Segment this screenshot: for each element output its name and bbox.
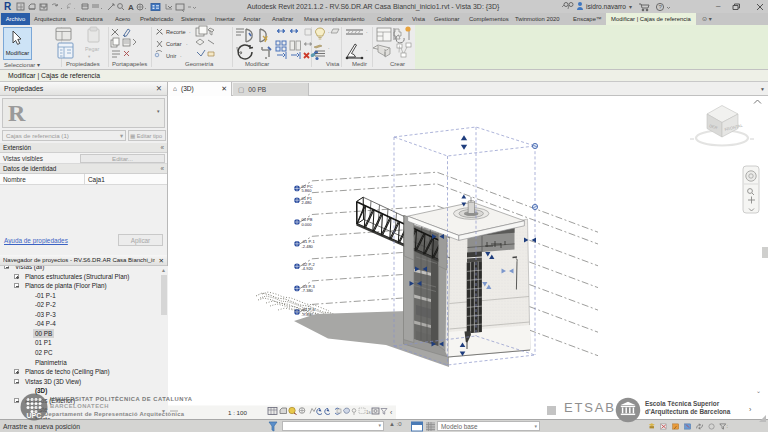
svg-text:·: ·: [366, 47, 368, 53]
svg-text:5.860: 5.860: [302, 188, 313, 193]
svg-text:?: ?: [659, 4, 663, 10]
svg-text:·: ·: [186, 41, 188, 47]
svg-text:▾: ▾: [88, 54, 91, 59]
svg-text:A: A: [128, 3, 134, 12]
svg-text:-4.920: -4.920: [302, 266, 314, 271]
svg-text:·: ·: [366, 29, 368, 35]
svg-text:Pegar: Pegar: [85, 46, 100, 52]
svg-text:·: ·: [180, 53, 182, 59]
svg-text:·: ·: [328, 45, 330, 51]
svg-text:·: ·: [189, 29, 191, 35]
svg-text:UPC: UPC: [27, 412, 42, 419]
svg-text:1s: 1s: [366, 410, 372, 415]
svg-text:0.000: 0.000: [302, 222, 313, 227]
svg-text:-7.380: -7.380: [302, 288, 314, 293]
svg-text:2.480: 2.480: [302, 200, 313, 205]
svg-text:Unir: Unir: [166, 53, 176, 59]
svg-text:Cortar: Cortar: [166, 41, 182, 47]
svg-text:-2.480: -2.480: [302, 244, 314, 249]
svg-text:Recorte: Recorte: [166, 29, 186, 35]
svg-text:·: ·: [328, 29, 330, 35]
